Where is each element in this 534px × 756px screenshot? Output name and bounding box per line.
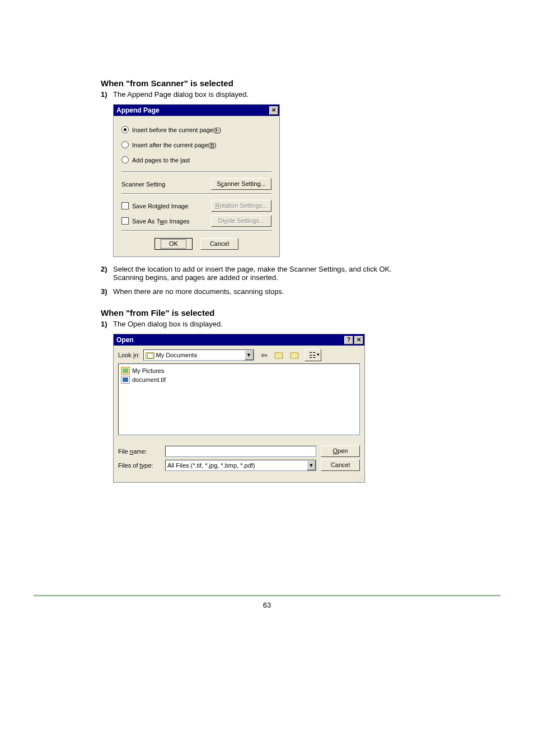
view-menu-icon[interactable]: ☷: [305, 349, 321, 361]
lookin-combo[interactable]: My Documents ▼: [143, 349, 254, 361]
cancel-button[interactable]: Cancel: [321, 459, 360, 471]
separator: [121, 193, 271, 194]
section1-step3: 3)When there are no more documents, scan…: [101, 287, 433, 296]
step-number: 3): [101, 287, 113, 296]
radio-label: Add pages to the last: [132, 157, 190, 164]
resize-grip-icon[interactable]: ⋰: [114, 478, 364, 482]
radio-icon: [121, 141, 129, 148]
append-page-dialog: Append Page ✕ Insert before the current …: [113, 104, 280, 257]
step-text: The Open dialog box is displayed.: [113, 320, 223, 328]
section1-heading: When "from Scanner" is selected: [101, 78, 433, 88]
close-icon[interactable]: ✕: [354, 336, 363, 344]
ok-button[interactable]: OK: [154, 238, 193, 250]
radio-add-last[interactable]: Add pages to the last: [121, 156, 271, 164]
up-one-level-icon[interactable]: [273, 349, 287, 361]
file-item-label: My Pictures: [132, 367, 164, 374]
scanner-setting-label: Scanner Setting: [121, 181, 165, 188]
step-text: Select the location to add or insert the…: [113, 265, 392, 273]
list-item[interactable]: document.tif: [121, 375, 357, 384]
separator: [121, 171, 271, 172]
tif-file-icon: [121, 376, 130, 384]
save-rotated-row: Save Rotated Image Rotation Settings...: [121, 200, 271, 212]
append-titlebar: Append Page ✕: [114, 105, 279, 116]
radio-icon: [121, 156, 129, 164]
pictures-folder-icon: [121, 367, 130, 375]
radio-label: Insert after the current page(B): [132, 142, 216, 148]
file-list[interactable]: My Pictures document.tif: [118, 363, 360, 435]
cancel-button[interactable]: Cancel: [200, 238, 238, 250]
filename-label: File name:: [118, 448, 161, 455]
list-item[interactable]: My Pictures: [121, 366, 357, 375]
radio-insert-before[interactable]: Insert before the current page(F): [121, 126, 271, 133]
save-two-checkbox[interactable]: [121, 217, 129, 225]
save-two-row: Save As Two Images Divide Settings...: [121, 215, 271, 227]
scanner-setting-row: Scanner Setting Scanner Setting...: [121, 178, 271, 190]
lookin-label: Look in:: [118, 352, 140, 358]
file-item-label: document.tif: [132, 376, 166, 383]
open-dialog: Open ? ✕ Look in: My Documents ▼ ⇦ ☷: [113, 334, 365, 483]
new-folder-icon[interactable]: [289, 349, 302, 361]
append-title: Append Page: [116, 105, 160, 116]
help-icon[interactable]: ?: [344, 336, 353, 344]
filetype-combo[interactable]: All Files (*.tif, *.jpg, *.bmp, *.pdf) ▼: [165, 460, 316, 471]
filename-input[interactable]: [165, 446, 316, 457]
close-icon[interactable]: ✕: [269, 106, 278, 115]
section2-heading: When "from File" is selected: [101, 308, 433, 318]
save-rotated-label: Save Rotated Image: [132, 203, 188, 209]
radio-insert-after[interactable]: Insert after the current page(B): [121, 141, 271, 148]
filetype-value: All Files (*.tif, *.jpg, *.bmp, *.pdf): [167, 462, 307, 469]
back-icon[interactable]: ⇦: [257, 349, 271, 361]
divide-settings-button: Divide Settings...: [211, 215, 271, 227]
save-rotated-checkbox[interactable]: [121, 202, 129, 209]
folder-icon: [146, 351, 154, 359]
section1-step2: 2)Select the location to add or insert t…: [101, 265, 433, 282]
rotation-settings-button: Rotation Settings...: [211, 200, 271, 212]
section2-step1: 1)The Open dialog box is displayed.: [101, 320, 433, 328]
step-number: 1): [101, 320, 113, 328]
save-two-label: Save As Two Images: [132, 218, 190, 225]
step-number: 1): [101, 90, 113, 99]
open-titlebar: Open ? ✕: [114, 334, 364, 346]
section1-step1: 1)The Append Page dialog box is displaye…: [101, 90, 433, 99]
open-title: Open: [116, 334, 134, 346]
radio-label: Insert before the current page(F): [132, 127, 221, 133]
step-text: The Append Page dialog box is displayed.: [113, 90, 249, 99]
lookin-value: My Documents: [156, 352, 245, 358]
open-button[interactable]: Open: [321, 445, 360, 457]
chevron-down-icon[interactable]: ▼: [307, 460, 316, 470]
radio-icon: [121, 126, 129, 133]
filetype-label: Files of type:: [118, 462, 161, 469]
scanner-setting-button[interactable]: Scanner Setting...: [211, 178, 271, 190]
page-number: 63: [263, 601, 271, 609]
chevron-down-icon[interactable]: ▼: [245, 350, 254, 360]
page-footer: 63: [34, 595, 500, 609]
step-subtext: Scanning begins, and pages are added or …: [113, 273, 433, 282]
step-number: 2): [101, 265, 113, 273]
separator: [121, 230, 271, 231]
step-text: When there are no more documents, scanni…: [113, 287, 284, 296]
